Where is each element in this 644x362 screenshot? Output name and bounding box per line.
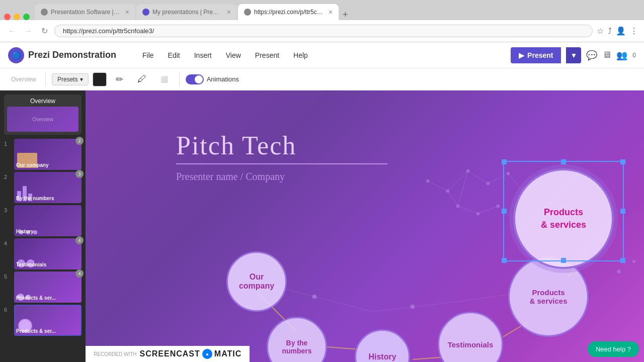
slide-item-4[interactable]: 4 Testimonials 4 xyxy=(4,238,82,269)
products-lg-circle[interactable]: Products& services xyxy=(513,168,614,269)
pen-button[interactable]: ✏ xyxy=(111,72,128,87)
highlight-button[interactable]: 🖊 xyxy=(132,72,151,86)
tab-3-close[interactable]: × xyxy=(329,8,333,16)
main-area: Overview Overview 1 Our company 2 2 xyxy=(0,90,644,362)
tab-3-title: https://prezi.com/p/ttr5cnfoale3/ xyxy=(254,9,324,16)
slide-item-5[interactable]: 5 Products & ser... 4 xyxy=(4,272,82,303)
slide-item-6[interactable]: 6 Products & ser... xyxy=(4,305,82,336)
tab-2-favicon xyxy=(142,9,149,16)
slide-3-wrap: History xyxy=(14,205,82,236)
forward-button[interactable]: → xyxy=(22,27,34,36)
slide-6-wrap: Products & ser... xyxy=(14,305,82,336)
collab-button[interactable]: 👥 xyxy=(616,50,627,61)
presets-button[interactable]: Presets ▾ xyxy=(52,73,89,85)
presets-label: Presets xyxy=(57,76,78,83)
minimize-btn[interactable] xyxy=(14,14,20,20)
testimonials-circle[interactable]: Testimonials xyxy=(438,312,503,362)
products-sm-circle[interactable]: Products& services xyxy=(508,256,589,337)
handle-mr[interactable] xyxy=(620,209,625,214)
animations-label: Animations xyxy=(207,75,239,83)
app-header: 🔵 Prezi Demonstration File Edit Insert V… xyxy=(0,42,644,68)
slide-title: Pitch Tech xyxy=(176,131,296,160)
handle-bl[interactable] xyxy=(502,258,507,263)
address-input[interactable] xyxy=(54,25,593,37)
handle-tr[interactable] xyxy=(620,159,625,164)
need-help-button[interactable]: Need help ? xyxy=(588,341,639,357)
reload-button[interactable]: ↻ xyxy=(38,26,50,36)
menu-help[interactable]: Help xyxy=(287,48,314,62)
sidebar: Overview Overview 1 Our company 2 2 xyxy=(0,90,86,362)
menu-bar: File Edit Insert View Present Help xyxy=(136,48,314,62)
history-label: History xyxy=(368,352,396,361)
history-circle[interactable]: History xyxy=(355,329,410,362)
by-numbers-circle[interactable]: By thenumbers xyxy=(267,317,327,362)
back-button[interactable]: ← xyxy=(6,27,18,36)
svg-point-2 xyxy=(466,169,469,172)
svg-line-15 xyxy=(458,206,478,214)
menu-button[interactable]: ⋮ xyxy=(630,26,638,36)
title-underline xyxy=(176,163,387,164)
svg-point-4 xyxy=(507,172,510,175)
prezi-logo-icon: 🔵 xyxy=(8,47,24,63)
overview-tab[interactable]: Overview xyxy=(8,75,39,84)
slide-5-number: 5 xyxy=(4,272,11,280)
slide-item-1[interactable]: 1 Our company 2 xyxy=(4,139,82,170)
sidebar-overview[interactable]: Overview Overview xyxy=(4,95,82,135)
slide-4-label: Testimonials xyxy=(16,262,46,267)
handle-br[interactable] xyxy=(620,258,625,263)
slide-3-number: 3 xyxy=(4,205,11,213)
handle-tm[interactable] xyxy=(561,159,566,164)
our-company-label: Ourcompany xyxy=(239,273,274,291)
new-tab-button[interactable]: + xyxy=(340,10,351,20)
present-button[interactable]: ▶ Present xyxy=(511,47,561,63)
tab-1-close[interactable]: × xyxy=(125,8,129,16)
tab-1[interactable]: Presentation Software | Online... × xyxy=(35,4,135,20)
present-dropdown-button[interactable]: ▼ xyxy=(566,47,581,63)
toolbar: Overview Presets ▾ ✏ 🖊 ⬜ Animations xyxy=(0,68,644,90)
frame-button[interactable]: ⬜ xyxy=(155,74,173,85)
menu-view[interactable]: View xyxy=(220,48,247,62)
slide-2-label: By the numbers xyxy=(16,196,54,201)
canvas-area: Pitch Tech Presenter name / Company Ourc… xyxy=(86,90,644,362)
our-company-circle[interactable]: Ourcompany xyxy=(226,251,287,312)
slide-4-badge: 4 xyxy=(75,236,84,244)
slide-5-wrap: Products & ser... 4 xyxy=(14,272,82,303)
header-right: ▶ Present ▼ 💬 🖥 👥 0 xyxy=(511,47,636,63)
screencast-watermark: RECORDED WITH SCREENCAST ● MATIC xyxy=(86,346,250,362)
maximize-btn[interactable] xyxy=(23,14,30,20)
svg-point-0 xyxy=(426,179,429,183)
menu-present[interactable]: Present xyxy=(249,48,285,62)
toolbar-divider-1 xyxy=(45,72,46,86)
comment-button[interactable]: 💬 xyxy=(586,50,597,61)
products-lg-label: Products& services xyxy=(541,206,586,231)
overview-thumbnail: Overview xyxy=(7,107,78,132)
bookmark-button[interactable]: ☆ xyxy=(597,26,604,36)
tab-2-close[interactable]: × xyxy=(227,8,231,16)
slide-1-label: Our company xyxy=(16,162,48,168)
animation-toggle[interactable]: Animations xyxy=(186,74,239,84)
color-button[interactable] xyxy=(93,72,107,86)
share-button[interactable]: ⤴ xyxy=(608,27,612,36)
slide-1-badge: 2 xyxy=(75,137,84,145)
svg-line-12 xyxy=(488,173,508,184)
close-window-btn[interactable] xyxy=(4,14,11,20)
recorded-with-text: RECORDED WITH xyxy=(94,351,137,357)
slide-item-3[interactable]: 3 History xyxy=(4,205,82,236)
svg-point-26 xyxy=(312,295,316,299)
extensions-button[interactable]: 👤 xyxy=(616,26,626,36)
animations-switch[interactable] xyxy=(186,74,204,84)
by-numbers-label: By thenumbers xyxy=(282,339,311,355)
menu-edit[interactable]: Edit xyxy=(162,48,186,62)
tab-3[interactable]: https://prezi.com/p/ttr5cnfoale3/ × xyxy=(238,4,339,20)
slide-6-label: Products & ser... xyxy=(16,328,56,334)
menu-insert[interactable]: Insert xyxy=(188,48,218,62)
svg-point-27 xyxy=(411,305,415,309)
handle-tl[interactable] xyxy=(502,159,507,164)
tab-2[interactable]: My presentations | Prezi... × xyxy=(136,4,237,20)
share-present-button[interactable]: 🖥 xyxy=(602,50,611,60)
handle-ml[interactable] xyxy=(502,209,507,214)
slide-item-2[interactable]: 2 By the numbers 3 xyxy=(4,172,82,203)
svg-point-34 xyxy=(617,269,621,274)
menu-file[interactable]: File xyxy=(136,48,160,62)
svg-line-16 xyxy=(478,206,498,214)
